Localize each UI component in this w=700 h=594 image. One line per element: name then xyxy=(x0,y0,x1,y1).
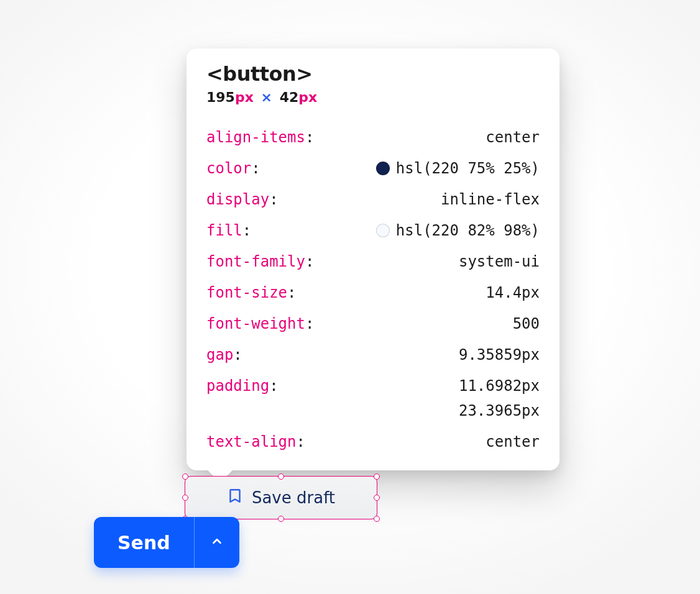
css-property-row: fill: hsl(220 82% 98%) xyxy=(206,219,540,242)
css-property-name: font-family: xyxy=(206,250,314,273)
css-property-value: center xyxy=(315,431,540,453)
css-property-row: font-size: 14.4px xyxy=(206,281,540,304)
send-more-button[interactable] xyxy=(195,517,239,568)
inspected-dimensions: 195px × 42px xyxy=(206,89,540,105)
css-property-name: align-items: xyxy=(206,126,314,148)
css-property-name: gap: xyxy=(206,344,242,366)
css-property-value: hsl(220 82% 98%) xyxy=(261,219,540,242)
css-property-row: display: inline-flex xyxy=(206,188,540,211)
chevron-up-icon xyxy=(210,534,224,551)
css-property-value: 500 xyxy=(324,313,540,335)
css-property-value: inline-flex xyxy=(288,188,540,211)
css-property-value: 9.35859px xyxy=(252,344,540,366)
css-inspector-popover: <button> 195px × 42px align-items: cente… xyxy=(187,48,560,470)
dim-separator: × xyxy=(259,89,275,105)
css-property-name: text-align: xyxy=(206,431,305,453)
css-property-row: text-align: center xyxy=(206,431,540,453)
css-property-value: 14.4px xyxy=(306,281,540,304)
css-property-row: align-items: center xyxy=(206,126,540,148)
css-property-name: color: xyxy=(206,157,260,180)
dim-width-unit: px xyxy=(235,89,254,105)
css-property-value: center xyxy=(324,126,540,148)
send-label: Send xyxy=(117,532,170,554)
css-property-name: padding: xyxy=(206,375,279,397)
css-property-name: font-size: xyxy=(206,281,297,304)
bookmark-icon xyxy=(227,488,243,508)
send-button[interactable]: Send xyxy=(94,517,195,568)
inspected-tag: <button> xyxy=(206,62,540,86)
css-property-name: fill: xyxy=(206,219,251,242)
css-property-value: hsl(220 75% 25%) xyxy=(270,157,540,180)
dim-height-unit: px xyxy=(298,89,317,105)
color-swatch-icon xyxy=(376,224,390,237)
css-property-value: system-ui xyxy=(324,250,540,273)
save-draft-label: Save draft xyxy=(252,488,335,507)
css-property-name: display: xyxy=(206,188,279,211)
css-property-list: align-items: center color: hsl(220 75% 2… xyxy=(206,126,540,453)
css-property-row: gap: 9.35859px xyxy=(206,344,540,366)
css-property-row: color: hsl(220 75% 25%) xyxy=(206,157,540,180)
send-split-button: Send xyxy=(94,517,239,568)
css-property-row: font-weight: 500 xyxy=(206,313,540,335)
dim-width: 195 xyxy=(206,89,235,105)
css-property-value: 11.6982px 23.3965px xyxy=(288,375,540,422)
css-property-name: font-weight: xyxy=(206,313,314,335)
save-draft-button[interactable]: Save draft xyxy=(185,476,377,519)
color-swatch-icon xyxy=(376,162,390,175)
css-property-row: font-family: system-ui xyxy=(206,250,540,273)
dim-height: 42 xyxy=(280,89,299,105)
css-property-row: padding: 11.6982px 23.3965px xyxy=(206,375,540,422)
